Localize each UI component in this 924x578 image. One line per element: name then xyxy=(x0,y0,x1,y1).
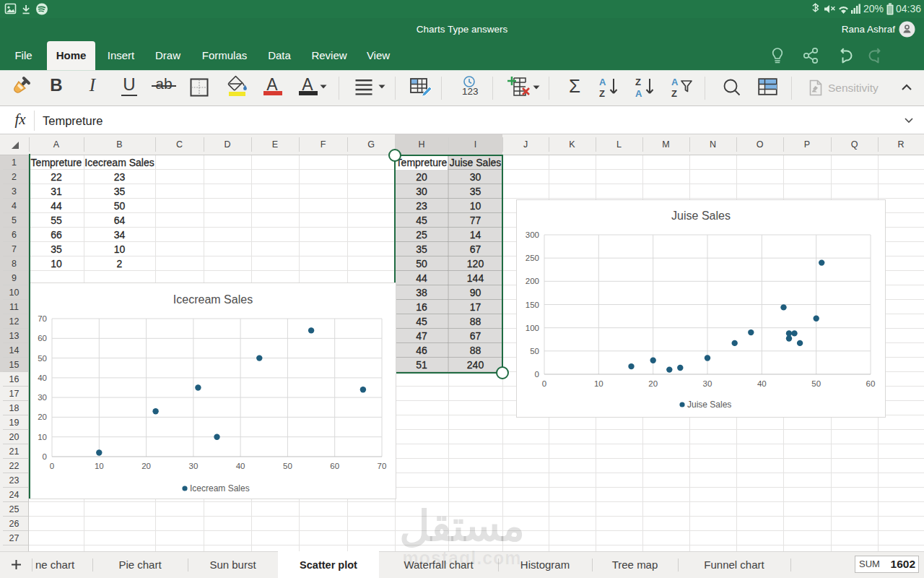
svg-text:0: 0 xyxy=(542,379,546,388)
svg-text:250: 250 xyxy=(526,254,539,262)
svg-text:60: 60 xyxy=(38,334,47,342)
svg-text:50: 50 xyxy=(811,379,821,388)
svg-text:0: 0 xyxy=(43,452,47,461)
svg-text:40: 40 xyxy=(757,379,767,388)
svg-text:30: 30 xyxy=(38,393,47,402)
svg-text:70: 70 xyxy=(378,462,387,470)
svg-text:40: 40 xyxy=(38,374,47,382)
svg-text:Juise Sales: Juise Sales xyxy=(687,400,731,410)
svg-text:300: 300 xyxy=(526,230,539,239)
svg-text:10: 10 xyxy=(594,379,603,388)
svg-text:Z: Z xyxy=(671,88,677,98)
svg-text:70: 70 xyxy=(38,314,47,323)
svg-text:30: 30 xyxy=(703,379,712,388)
svg-text:60: 60 xyxy=(330,462,339,470)
svg-text:50: 50 xyxy=(38,354,47,363)
svg-text:0: 0 xyxy=(50,462,54,470)
svg-text:30: 30 xyxy=(189,462,199,470)
svg-text:Juise Sales: Juise Sales xyxy=(671,210,731,222)
svg-text:20: 20 xyxy=(141,462,151,470)
svg-text:A: A xyxy=(599,77,606,87)
svg-text:40: 40 xyxy=(236,462,245,470)
svg-text:200: 200 xyxy=(526,277,539,285)
svg-text:50: 50 xyxy=(283,462,292,470)
svg-text:20: 20 xyxy=(38,413,47,421)
svg-text:A: A xyxy=(671,77,679,87)
svg-text:100: 100 xyxy=(526,324,539,332)
svg-text:Icecream Sales: Icecream Sales xyxy=(173,293,253,306)
svg-text:20: 20 xyxy=(648,379,658,388)
svg-text:60: 60 xyxy=(866,379,876,388)
svg-text:10: 10 xyxy=(95,462,104,470)
svg-text:123: 123 xyxy=(462,86,479,97)
svg-text:Z: Z xyxy=(635,77,641,87)
svg-text:0: 0 xyxy=(535,370,539,379)
svg-text:150: 150 xyxy=(526,301,539,309)
svg-text:10: 10 xyxy=(38,433,47,441)
svg-text:Z: Z xyxy=(599,88,605,98)
svg-text:Icecream Sales: Icecream Sales xyxy=(190,483,250,493)
svg-text:A: A xyxy=(635,88,642,98)
svg-text:50: 50 xyxy=(530,347,539,355)
